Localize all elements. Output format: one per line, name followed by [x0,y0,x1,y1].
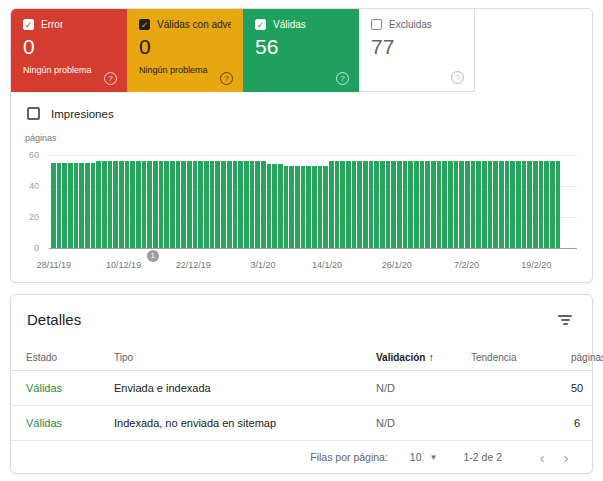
details-header: Detalles [11,295,592,344]
chart-bar [233,161,238,248]
chart-bar [510,161,515,248]
pagination-range: 1-2 de 2 [463,451,502,463]
x-tick-label: 3/1/20 [251,260,276,270]
chart-bar [306,166,311,248]
chart-bar [369,161,374,248]
help-icon[interactable]: ? [104,72,117,85]
card-error-value: 0 [23,36,115,57]
chart-bar [193,161,198,248]
check-icon: ✓ [256,20,265,31]
chart-bar [284,166,289,248]
row-validacion: N/D [376,417,471,429]
table-row[interactable]: Válidas Indexada, no enviada en sitemap … [11,406,592,441]
details-panel: Detalles Estado Tipo Validación↑ Tendenc… [10,294,593,474]
chart-bar [544,161,549,248]
col-estado[interactable]: Estado [26,352,114,363]
chart-bar [289,166,294,248]
chart-bar [493,161,498,248]
table-row[interactable]: Válidas Enviada e indexada N/D 50 [11,371,592,406]
chart-bars[interactable] [51,155,562,248]
chart-bar [425,161,430,248]
chart-bar [91,163,96,248]
chart-bar [238,161,243,248]
filter-list-icon[interactable] [554,311,576,329]
chart-bar [68,163,73,248]
chart-event-marker[interactable]: 1 [147,250,159,262]
card-excluded-header: ✓ Excluidas [371,19,462,30]
x-tick-label: 10/12/19 [106,260,141,270]
chart-bar [516,161,521,248]
row-validacion: N/D [376,382,471,394]
card-excluded-value: 77 [371,36,462,57]
row-paginas: 6 [571,417,580,429]
chart-bar [136,161,141,248]
pages-chart: páginas 6040200 1 28/11/1910/12/1922/12/… [11,133,592,273]
chart-bar [272,164,277,248]
col-tipo[interactable]: Tipo [114,352,376,363]
col-validacion[interactable]: Validación↑ [376,351,471,363]
x-tick-label: 26/1/20 [382,260,412,270]
card-valid[interactable]: ✓ Válidas 56 ? [243,9,359,92]
excluded-checkbox[interactable]: ✓ [371,19,382,30]
card-valid-value: 56 [255,36,347,57]
card-error[interactable]: ✓ Error 0 Ningún problema ? [11,9,127,92]
chart-bar [448,161,453,248]
chart-bar [454,161,459,248]
chart-bar [85,163,90,248]
card-error-header: ✓ Error [23,19,115,30]
help-icon[interactable]: ? [451,71,464,84]
chart-bar [108,161,113,248]
impressions-checkbox[interactable] [27,107,40,120]
chart-bar [261,161,266,248]
help-icon[interactable]: ? [220,72,233,85]
col-tendencia[interactable]: Tendencia [471,352,571,363]
chart-bar [244,161,249,248]
chart-bar [295,166,300,248]
chart-bar [550,161,555,248]
card-warning-label: Válidas con adver... [157,19,231,30]
card-excluded[interactable]: ✓ Excluidas 77 ? [359,9,475,92]
sort-asc-icon: ↑ [428,351,434,363]
chart-bar [227,161,232,248]
chart-bar [352,161,357,248]
coverage-summary-panel: ✓ Error 0 Ningún problema ? ✓ Válidas co… [10,8,593,283]
chart-bar [346,161,351,248]
warning-checkbox[interactable]: ✓ [139,19,150,30]
chart-bar [125,161,130,248]
chart-bar [505,161,510,248]
chart-bar [130,161,135,248]
chart-bar [278,164,283,248]
row-estado: Válidas [26,417,114,429]
next-page-button[interactable]: › [554,450,578,465]
valid-checkbox[interactable]: ✓ [255,19,266,30]
check-icon: ✓ [24,20,33,31]
help-icon[interactable]: ? [336,72,349,85]
error-checkbox[interactable]: ✓ [23,19,34,30]
chart-bar [556,161,561,248]
chart-bar [329,161,334,248]
chart-bar [340,161,345,248]
chart-bar [533,161,538,248]
chart-bar [204,161,209,248]
rows-per-page-label: Filas por página: [310,451,388,463]
chart-bar [442,161,447,248]
rows-per-page-select[interactable]: 10 ▼ [410,451,438,463]
chart-bar [471,161,476,248]
chart-bar [301,166,306,248]
prev-page-button[interactable]: ‹ [530,450,554,465]
chart-bar [499,161,504,248]
impressions-toggle[interactable]: Impresiones [27,107,114,120]
chart-bar [488,161,493,248]
card-valid-with-warnings[interactable]: ✓ Válidas con adver... 0 Ningún problema… [127,9,243,92]
chart-bar [397,161,402,248]
row-tipo: Enviada e indexada [114,382,376,394]
col-paginas[interactable]: páginas [571,352,603,363]
chart-yticks: 6040200 [17,155,43,248]
cards-row-filler [475,9,592,92]
chart-bar [363,161,368,248]
chart-bar [74,163,79,248]
chart-bar [335,161,340,248]
chart-bar [250,161,255,248]
card-error-sublabel: Ningún problema [23,65,115,75]
row-estado: Válidas [26,382,114,394]
